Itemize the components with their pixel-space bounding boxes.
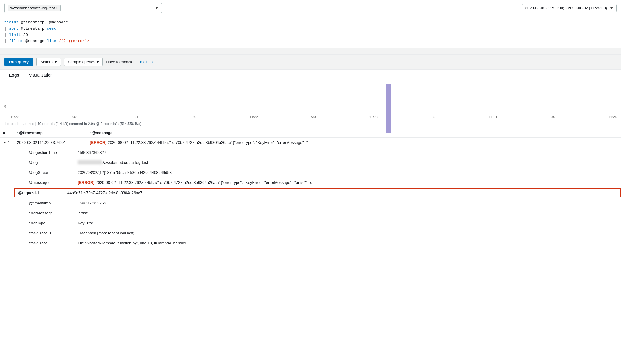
chart-area: 1 0 11:20 :30 11:21 :30 11:22 :30 11:23 … (0, 81, 621, 120)
row-message: [ERROR] 2020-08-02T11:22:33.762Z 44b9a71… (87, 138, 621, 147)
feedback-text: Have feedback? (106, 60, 134, 64)
query-line-1: fields @timestamp, @message (4, 19, 617, 26)
field-value: 'artist' (75, 210, 617, 216)
query-line-2: | sort @timestamp desc (4, 26, 617, 32)
query-editor[interactable]: fields @timestamp, @message | sort @time… (0, 16, 621, 48)
close-icon[interactable]: × (56, 6, 59, 10)
actions-chevron-icon: ▾ (55, 60, 57, 64)
tab-logs[interactable]: Logs (4, 70, 24, 81)
chart-y-min: 0 (4, 104, 6, 108)
date-range-selector[interactable]: 2020-08-02 (11:20:00) - 2020-08-02 (11:2… (522, 4, 617, 12)
tab-visualization[interactable]: Visualization (24, 70, 57, 81)
actions-label: Actions (40, 60, 53, 64)
field-value: 1596367362827 (75, 149, 617, 156)
field-value: File "/var/task/lambda_function.py", lin… (75, 240, 617, 246)
field-label: stackTrace.1 (25, 240, 74, 246)
top-bar: /aws/lambda/data-log-test × ▼ 2020-08-02… (0, 0, 621, 16)
field-label: @requestId (15, 189, 64, 196)
sub-row-log: @log :/aws/lambda/data-log-test (0, 157, 621, 167)
sub-row-stackTrace0: stackTrace.0 Traceback (most recent call… (0, 228, 621, 238)
sample-queries-button[interactable]: Sample queries ▾ (64, 58, 103, 66)
sub-row-stackTrace1: stackTrace.1 File "/var/task/lambda_func… (0, 238, 621, 248)
tabs-bar: Logs Visualization (0, 70, 621, 81)
sub-row-timestamp: @timestamp 1596367353762 (0, 198, 621, 208)
chart-y-max: 1 (4, 84, 6, 88)
log-group-chevron-icon: ▼ (155, 6, 159, 10)
sub-row-errorMessage: errorMessage 'artist' (0, 208, 621, 218)
field-label: @log (25, 159, 74, 166)
field-label: errorMessage (25, 210, 74, 216)
sample-chevron-icon: ▾ (97, 60, 99, 64)
field-value: KeyError (75, 220, 617, 226)
sub-row-requestId: @requestId 44b9a71e-70b7-4727-a2dc-8b930… (0, 187, 621, 198)
chart-container: 1 0 (4, 84, 617, 114)
date-range-label: 2020-08-02 (11:20:00) - 2020-08-02 (11:2… (525, 6, 607, 10)
field-value: 44b9a71e-70b7-4727-a2dc-8b9304a26ac7 (64, 189, 620, 196)
email-link[interactable]: Email us. (137, 60, 153, 64)
field-value: 1596367353762 (75, 200, 617, 206)
row-num: ▼1 (0, 138, 14, 147)
log-group-name: /aws/lambda/data-log-test (10, 6, 55, 10)
expand-icon[interactable]: ▼ (3, 141, 7, 145)
field-label: stackTrace.0 (25, 230, 74, 236)
field-label: @timestamp (25, 200, 74, 206)
field-value: :/aws/lambda/data-log-test (75, 159, 617, 166)
toolbar-dots: ... (309, 49, 312, 53)
sub-row-errorType: errorType KeyError (0, 218, 621, 228)
sample-queries-label: Sample queries (68, 60, 95, 64)
log-group-selector[interactable]: /aws/lambda/data-log-test × ▼ (4, 3, 162, 13)
query-line-3: | limit 20 (4, 32, 617, 38)
log-group-tag: /aws/lambda/data-log-test × (8, 5, 61, 11)
field-value: Traceback (most recent call last): (75, 230, 617, 236)
results-table: # : @timestamp : @message ▼1 2020-08-02T… (0, 128, 621, 248)
field-label: @message (25, 179, 74, 186)
log-blurred (78, 160, 102, 164)
actions-button[interactable]: Actions ▾ (36, 58, 61, 66)
row-timestamp: 2020-08-02T11:22:33.762Z (14, 138, 87, 147)
svg-rect-0 (386, 84, 391, 133)
field-value: 2020/08/02/[12]187f5755caff4586bd42de440… (75, 169, 617, 176)
table-row[interactable]: ▼1 2020-08-02T11:22:33.762Z [ERROR] 2020… (0, 138, 621, 147)
sub-row-message: @message [ERROR] 2020-08-02T11:22:33.762… (0, 177, 621, 187)
date-range-chevron-icon: ▼ (609, 6, 613, 10)
sub-row-logStream: @logStream 2020/08/02/[12]187f5755caff45… (0, 167, 621, 177)
toolbar-dots-row: ... (0, 48, 621, 55)
sub-row-ingestionTime: @ingestionTime 1596367362827 (0, 147, 621, 158)
field-label: @ingestionTime (25, 149, 74, 156)
field-label: @logStream (25, 169, 74, 176)
chart-svg (10, 84, 617, 133)
toolbar: Run query Actions ▾ Sample queries ▾ Hav… (0, 55, 621, 70)
run-query-button[interactable]: Run query (4, 58, 33, 66)
field-label: errorType (25, 220, 74, 226)
query-line-4: | filter @message like /(?i)(error)/ (4, 38, 617, 45)
field-value: [ERROR] 2020-08-02T11:22:33.762Z 44b9a71… (75, 179, 617, 186)
